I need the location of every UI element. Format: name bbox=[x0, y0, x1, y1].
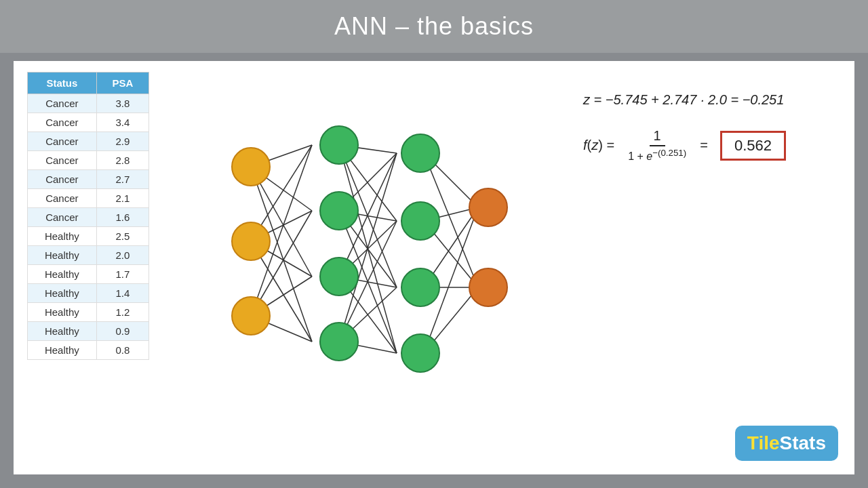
input-node-3 bbox=[232, 297, 270, 335]
status-cell: Cancer bbox=[28, 151, 97, 170]
status-cell: Healthy bbox=[28, 246, 97, 265]
table-row: Cancer3.8 bbox=[28, 94, 149, 113]
hidden2-node-4 bbox=[401, 334, 439, 372]
psa-cell: 2.9 bbox=[96, 132, 149, 151]
psa-cell: 2.8 bbox=[96, 151, 149, 170]
psa-cell: 2.0 bbox=[96, 246, 149, 265]
psa-cell: 1.2 bbox=[96, 303, 149, 322]
psa-cell: 0.9 bbox=[96, 322, 149, 341]
header: ANN – the basics bbox=[0, 0, 868, 53]
psa-cell: 2.5 bbox=[96, 227, 149, 246]
output-node-2 bbox=[469, 268, 507, 306]
status-cell: Healthy bbox=[28, 265, 97, 284]
table-row: Healthy0.9 bbox=[28, 322, 149, 341]
status-cell: Cancer bbox=[28, 208, 97, 227]
tilestats-logo: TileStats bbox=[735, 426, 838, 461]
status-cell: Cancer bbox=[28, 132, 97, 151]
hidden1-node-3 bbox=[320, 258, 358, 296]
main-content: Status PSA Cancer3.8Cancer3.4Cancer2.9Ca… bbox=[14, 61, 854, 474]
table-row: Cancer2.8 bbox=[28, 151, 149, 170]
hidden2-node-1 bbox=[401, 134, 439, 172]
status-cell: Cancer bbox=[28, 170, 97, 189]
hidden2-node-3 bbox=[401, 268, 439, 306]
input-node-1 bbox=[232, 148, 270, 186]
table-row: Healthy1.7 bbox=[28, 265, 149, 284]
table-row: Healthy1.2 bbox=[28, 303, 149, 322]
hidden1-node-4 bbox=[320, 323, 358, 361]
status-cell: Healthy bbox=[28, 284, 97, 303]
table-row: Healthy1.4 bbox=[28, 284, 149, 303]
table-row: Healthy2.0 bbox=[28, 246, 149, 265]
logo-stats-text: Stats bbox=[780, 432, 826, 453]
table-row: Cancer1.6 bbox=[28, 208, 149, 227]
output-node-1 bbox=[469, 188, 507, 226]
status-cell: Cancer bbox=[28, 113, 97, 132]
table-row: Cancer3.4 bbox=[28, 113, 149, 132]
hidden1-node-1 bbox=[320, 126, 358, 164]
hidden2-node-2 bbox=[401, 202, 439, 240]
math-area: z = −5.745 + 2.747 · 2.0 = −0.251 f(z) =… bbox=[570, 72, 841, 163]
psa-cell: 1.7 bbox=[96, 265, 149, 284]
data-table: Status PSA Cancer3.8Cancer3.4Cancer2.9Ca… bbox=[27, 72, 149, 360]
psa-cell: 2.1 bbox=[96, 189, 149, 208]
psa-cell: 1.6 bbox=[96, 208, 149, 227]
table-row: Cancer2.7 bbox=[28, 170, 149, 189]
psa-cell: 3.4 bbox=[96, 113, 149, 132]
fz-equation: f(z) = 1 1 + e−(0.251) = 0.562 bbox=[583, 128, 786, 163]
status-cell: Cancer bbox=[28, 189, 97, 208]
fraction: 1 1 + e−(0.251) bbox=[624, 128, 690, 163]
logo-tile-text: Tile bbox=[747, 432, 780, 453]
col-status: Status bbox=[28, 73, 97, 94]
col-psa: PSA bbox=[96, 73, 149, 94]
z-equation: z = −5.745 + 2.747 · 2.0 = −0.251 bbox=[583, 92, 784, 108]
nn-svg bbox=[197, 99, 522, 384]
status-cell: Healthy bbox=[28, 303, 97, 322]
table-row: Cancer2.9 bbox=[28, 132, 149, 151]
fraction-numerator: 1 bbox=[650, 128, 665, 146]
status-cell: Healthy bbox=[28, 341, 97, 360]
table-row: Healthy0.8 bbox=[28, 341, 149, 360]
status-cell: Healthy bbox=[28, 227, 97, 246]
status-cell: Healthy bbox=[28, 322, 97, 341]
nn-diagram-area bbox=[149, 99, 570, 384]
table-row: Healthy2.5 bbox=[28, 227, 149, 246]
page-title: ANN – the basics bbox=[334, 12, 534, 40]
status-cell: Cancer bbox=[28, 94, 97, 113]
psa-cell: 1.4 bbox=[96, 284, 149, 303]
table-row: Cancer2.1 bbox=[28, 189, 149, 208]
fraction-denominator: 1 + e−(0.251) bbox=[624, 146, 690, 163]
equals-sign: = bbox=[700, 138, 708, 153]
input-node-2 bbox=[232, 222, 270, 260]
fz-label: f(z) = bbox=[583, 138, 614, 153]
psa-cell: 2.7 bbox=[96, 170, 149, 189]
footer-bar bbox=[0, 474, 868, 488]
hidden1-node-2 bbox=[320, 192, 358, 230]
psa-cell: 3.8 bbox=[96, 94, 149, 113]
psa-cell: 0.8 bbox=[96, 341, 149, 360]
result-value: 0.562 bbox=[720, 131, 786, 161]
